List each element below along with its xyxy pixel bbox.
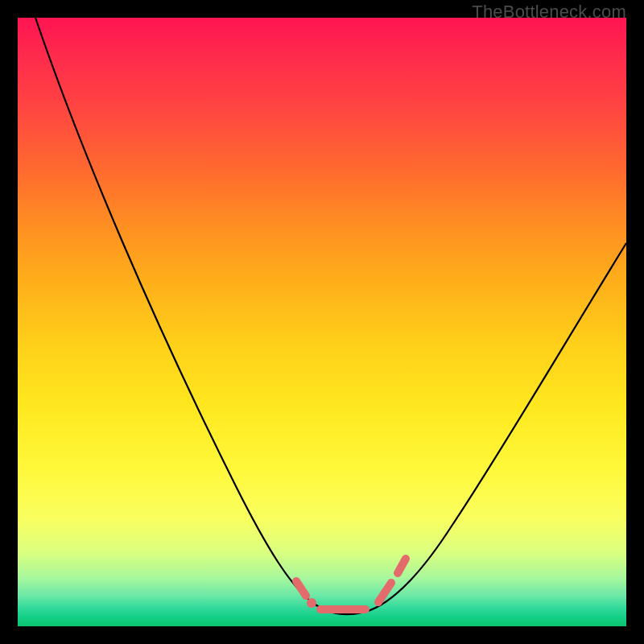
bottleneck-curve: [35, 18, 626, 614]
chart-frame: TheBottleneck.com: [0, 0, 644, 644]
watermark-text: TheBottleneck.com: [472, 2, 626, 23]
optimal-zone-left: [296, 581, 306, 596]
plot-area: [18, 18, 626, 626]
optimal-zone-right-upper: [398, 559, 406, 573]
optimal-marker-dot-left: [307, 598, 316, 608]
curve-svg: [18, 18, 626, 626]
